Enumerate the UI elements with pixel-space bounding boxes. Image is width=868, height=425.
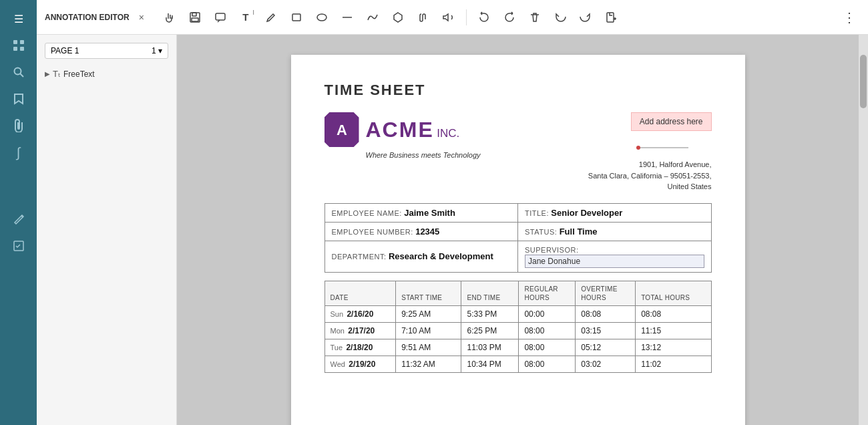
employee-number-value: 12345: [415, 227, 439, 237]
scrollbar[interactable]: [859, 35, 868, 425]
separator-1: [466, 9, 467, 25]
department-value: Research & Development: [389, 251, 493, 261]
status-value: Full Time: [560, 227, 598, 237]
menu-icon[interactable]: ☰: [7, 7, 31, 31]
text-tool-button[interactable]: T |: [235, 7, 256, 28]
bookmark-icon[interactable]: [7, 87, 31, 111]
svg-text:A: A: [337, 122, 347, 138]
address-arrow-svg: [632, 144, 712, 158]
department-cell: DEPARTMENT: Research & Development: [324, 241, 518, 272]
employee-name-cell: EMPLOYEE NAME: Jaime Smith: [324, 203, 518, 222]
date-cell: Sun 2/16/20: [324, 305, 396, 322]
redo-button[interactable]: [575, 7, 596, 28]
undo-back-button[interactable]: [473, 7, 495, 28]
left-panel: PAGE 1 1 ▾ ▶ Tₜ FreeText: [37, 35, 177, 425]
svg-rect-9: [192, 18, 198, 21]
page-label: PAGE 1: [51, 46, 79, 55]
info-row-3: DEPARTMENT: Research & Development SUPER…: [324, 241, 711, 272]
end-time-cell: 5:33 PM: [461, 305, 519, 322]
company-suffix: INC.: [437, 127, 459, 140]
company-header: A ACME INC. Where Business meets Technol…: [324, 112, 712, 192]
regular-hours-header: REGULARHOURS: [519, 281, 576, 305]
regular-hours-cell: 00:00: [519, 305, 576, 322]
freetext-icon: Tₜ: [53, 69, 61, 79]
overtime-hours-cell: 03:15: [576, 322, 636, 339]
date-header: DATE: [324, 281, 396, 305]
toolbar: ANNOTATION EDITOR × T |: [37, 0, 868, 35]
status-label: STATUS:: [525, 228, 557, 236]
regular-hours-cell: 08:00: [519, 322, 576, 339]
more-options-button[interactable]: ⋮: [839, 7, 860, 28]
info-row-1: EMPLOYEE NAME: Jaime Smith TITLE: Senior…: [324, 203, 711, 222]
svg-point-18: [636, 146, 640, 150]
comment-button[interactable]: [210, 7, 231, 28]
clip-tool-button[interactable]: [413, 7, 434, 28]
audio-tool-button[interactable]: [438, 7, 459, 28]
svg-line-5: [20, 74, 23, 77]
edit-icon[interactable]: [7, 234, 31, 258]
delete-button[interactable]: [524, 7, 546, 28]
add-page-button[interactable]: [600, 7, 622, 28]
ellipse-tool-button[interactable]: [311, 7, 333, 28]
end-time-cell: 10:34 PM: [461, 356, 519, 372]
start-time-cell: 9:51 AM: [396, 339, 461, 356]
undo-button[interactable]: [550, 7, 571, 28]
end-time-cell: 11:03 PM: [461, 339, 519, 356]
overtime-hours-cell: 08:08: [576, 305, 636, 322]
hand-tool-button[interactable]: [159, 7, 180, 28]
tree-item-freetext[interactable]: ▶ Tₜ FreeText: [45, 67, 168, 81]
line-tool-button[interactable]: [337, 7, 358, 28]
time-table: DATE START TIME END TIME REGULARHOURS OV…: [324, 281, 712, 373]
company-tagline: Where Business meets Technology: [366, 151, 481, 159]
total-hours-cell: 08:08: [636, 305, 711, 322]
end-time-cell: 6:25 PM: [461, 322, 519, 339]
app-title: ANNOTATION EDITOR: [45, 13, 130, 22]
save-button[interactable]: [184, 7, 206, 28]
time-table-header-row: DATE START TIME END TIME REGULARHOURS OV…: [324, 281, 711, 305]
svg-rect-3: [20, 47, 24, 51]
start-time-cell: 7:10 AM: [396, 322, 461, 339]
supervisor-input[interactable]: [525, 255, 704, 268]
svg-rect-10: [216, 13, 225, 20]
table-row: Tue 2/18/20 9:51 AM 11:03 PM 08:00 05:12…: [324, 339, 711, 356]
end-time-header: END TIME: [461, 281, 519, 305]
total-hours-cell: 11:15: [636, 322, 711, 339]
address-text: 1901, Halford Avenue, Santa Clara, Calif…: [588, 159, 712, 192]
date-cell: Wed 2/19/20: [324, 356, 396, 372]
redo-forward-button[interactable]: [499, 7, 520, 28]
svg-point-12: [317, 14, 327, 21]
date-cell: Mon 2/17/20: [324, 322, 396, 339]
employee-number-label: EMPLOYEE NUMBER:: [332, 228, 413, 236]
logo-box: A ACME INC.: [324, 112, 481, 147]
document-page: TIME SHEET A ACME: [291, 55, 745, 425]
address-placeholder-box: Add address here: [631, 112, 712, 131]
company-name-area: ACME INC.: [366, 118, 460, 142]
total-hours-cell: 11:02: [636, 356, 711, 372]
page-selector[interactable]: PAGE 1 1 ▾: [45, 43, 168, 59]
total-hours-header: TOTAL HOURS: [636, 281, 711, 305]
polygon-tool-button[interactable]: [387, 7, 409, 28]
signature-icon[interactable]: ∫: [7, 140, 31, 164]
overtime-hours-cell: 05:12: [576, 339, 636, 356]
tree-item-label: FreeText: [63, 69, 95, 79]
svg-rect-15: [607, 13, 614, 22]
search-icon[interactable]: [7, 60, 31, 84]
pen-tool-button[interactable]: [260, 7, 282, 28]
supervisor-label: SUPERVISOR:: [525, 246, 579, 254]
scrollbar-thumb[interactable]: [860, 55, 867, 108]
rectangle-tool-button[interactable]: [286, 7, 307, 28]
main-container: ANNOTATION EDITOR × T |: [37, 0, 868, 425]
attach-icon[interactable]: [7, 114, 31, 138]
title-value: Senior Developer: [551, 208, 622, 218]
draw-icon[interactable]: [7, 207, 31, 231]
close-button[interactable]: ×: [139, 12, 144, 23]
content-area: PAGE 1 1 ▾ ▶ Tₜ FreeText TIME SHEET: [37, 35, 868, 425]
overtime-hours-header: OVERTIMEHOURS: [576, 281, 636, 305]
svg-rect-0: [13, 40, 17, 44]
total-hours-cell: 13:12: [636, 339, 711, 356]
status-cell: STATUS: Full Time: [518, 222, 712, 241]
curve-tool-button[interactable]: [362, 7, 383, 28]
table-row: Mon 2/17/20 7:10 AM 6:25 PM 08:00 03:15 …: [324, 322, 711, 339]
date-cell: Tue 2/18/20: [324, 339, 396, 356]
grid-icon[interactable]: [7, 33, 31, 57]
